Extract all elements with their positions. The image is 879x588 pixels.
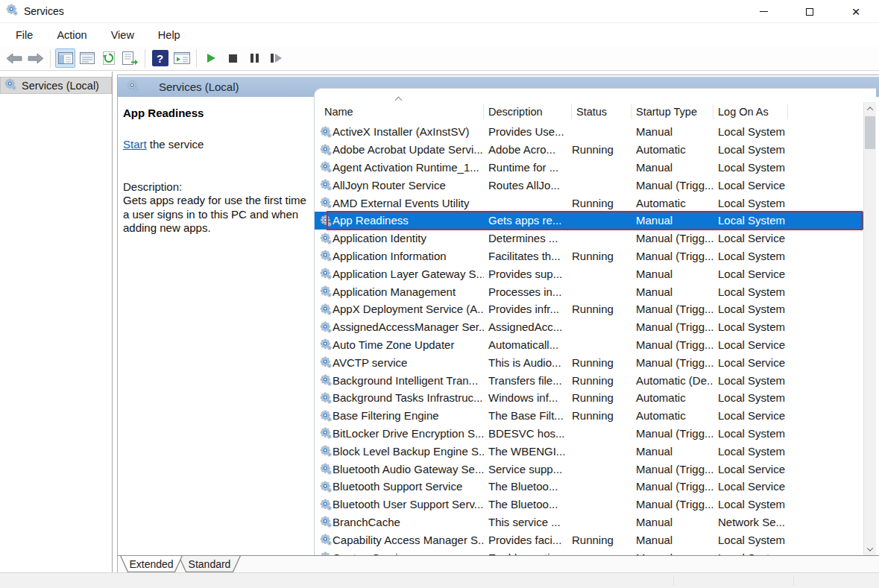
service-description: This service ... <box>484 516 572 528</box>
menu-view[interactable]: View <box>103 27 142 43</box>
stop-service-icon <box>229 54 237 63</box>
table-row[interactable]: Application Layer Gateway S... Provides … <box>315 265 863 282</box>
minimize-button[interactable] <box>740 0 787 23</box>
menu-file[interactable]: File <box>7 27 41 43</box>
pause-service-button[interactable] <box>245 48 265 68</box>
service-gear-icon <box>320 215 332 227</box>
table-row[interactable]: Application Management Processes in... M… <box>315 282 863 300</box>
service-description: Routes AllJo... <box>484 179 572 192</box>
properties-button[interactable] <box>77 48 97 68</box>
chevron-up-icon <box>867 107 873 113</box>
table-row[interactable]: BitLocker Drive Encryption S... BDESVC h… <box>315 425 863 443</box>
table-row[interactable]: ActiveX Installer (AxInstSV) Provides Us… <box>315 123 863 141</box>
table-row[interactable]: Application Information Facilitates th..… <box>315 247 863 265</box>
table-row[interactable]: Bluetooth Audio Gateway Se... Service su… <box>315 460 863 478</box>
export-list-button[interactable] <box>120 48 140 68</box>
service-name: Application Information <box>333 250 484 262</box>
service-status: Running <box>572 356 631 369</box>
service-startup-type: Manual <box>631 445 713 458</box>
extended-view-button[interactable] <box>171 48 192 68</box>
restart-service-button[interactable] <box>266 48 286 68</box>
table-row[interactable]: Adobe Acrobat Update Servi... Adobe Acro… <box>315 141 863 159</box>
table-row[interactable]: Bluetooth Support Service The Bluetoo...… <box>315 478 863 496</box>
service-gear-icon <box>320 338 332 350</box>
menu-help[interactable]: Help <box>150 27 189 43</box>
tab-extended[interactable]: Extended <box>120 556 183 572</box>
forward-button[interactable] <box>25 48 45 68</box>
forward-arrow-icon <box>28 53 44 64</box>
service-name: Background Intelligent Tran... <box>333 374 484 387</box>
back-button[interactable] <box>4 48 24 68</box>
column-header-status[interactable]: Status <box>572 89 631 123</box>
start-service-button[interactable] <box>201 48 221 68</box>
help-button[interactable]: ? <box>150 48 170 68</box>
menu-action[interactable]: Action <box>48 27 95 43</box>
table-row[interactable]: AMD External Events Utility Running Auto… <box>315 194 863 212</box>
service-gear-icon <box>320 516 332 528</box>
service-gear-icon <box>320 144 332 156</box>
table-row[interactable]: AVCTP service This is Audio... Running M… <box>315 353 863 371</box>
scroll-down-button[interactable] <box>864 543 876 555</box>
table-row[interactable]: BranchCache This service ... Manual Netw… <box>315 513 863 531</box>
table-row[interactable]: Application Identity Determines ... Manu… <box>315 230 863 247</box>
table-row[interactable]: AllJoyn Router Service Routes AllJo... M… <box>315 176 863 194</box>
table-row[interactable]: Block Level Backup Engine S... The WBENG… <box>315 442 863 460</box>
service-name: Block Level Backup Engine S... <box>333 445 484 458</box>
stop-service-button[interactable] <box>223 48 243 68</box>
service-description: Processes in... <box>484 285 572 298</box>
tree-item-services-local[interactable]: Services (Local) <box>0 77 112 94</box>
table-row[interactable]: CaptureService Enables opti... Manual Lo… <box>315 549 863 555</box>
column-header-log-on-as[interactable]: Log On As <box>713 89 788 123</box>
column-header-startup-type[interactable]: Startup Type <box>631 89 713 123</box>
extended-view-icon <box>174 52 190 64</box>
start-service-link[interactable]: Start <box>123 138 147 151</box>
table-row[interactable]: Agent Activation Runtime_1... Runtime fo… <box>315 159 863 177</box>
table-row[interactable]: AssignedAccessManager Ser... AssignedAcc… <box>315 318 863 336</box>
service-logon-as: Local System <box>713 303 863 315</box>
service-gear-icon <box>320 197 332 209</box>
service-gear-icon <box>320 481 332 493</box>
scrollbar-thumb[interactable] <box>865 116 875 149</box>
service-gear-icon <box>320 285 332 297</box>
vertical-scrollbar[interactable] <box>863 102 876 555</box>
service-logon-as: Local System <box>713 374 863 387</box>
close-button[interactable]: × <box>833 0 879 23</box>
start-service-icon <box>207 54 215 63</box>
service-description: The Base Filt... <box>484 409 572 422</box>
tab-standard[interactable]: Standard <box>178 556 241 572</box>
column-header-description[interactable]: Description <box>484 89 572 123</box>
table-row[interactable]: Bluetooth User Support Serv... The Bluet… <box>315 496 863 513</box>
service-logon-as: Local System <box>713 214 863 227</box>
description-label: Description: <box>123 180 314 193</box>
view-tab-bar: Extended Standard <box>118 555 879 572</box>
scroll-up-button[interactable] <box>864 102 876 115</box>
service-gear-icon <box>320 356 332 368</box>
service-name: ActiveX Installer (AxInstSV) <box>333 125 484 138</box>
table-row[interactable]: Auto Time Zone Updater Automaticall... M… <box>315 336 863 354</box>
table-row[interactable]: AppX Deployment Service (A... Provides i… <box>315 300 863 318</box>
service-gear-icon <box>320 427 332 439</box>
service-description: Gets apps re... <box>484 214 572 227</box>
service-description: Provides faci... <box>484 534 572 546</box>
service-description: The Bluetoo... <box>484 498 572 510</box>
table-row[interactable]: App Readiness Gets apps re... Manual Loc… <box>315 212 863 230</box>
service-gear-icon <box>4 78 16 90</box>
services-gear-icon <box>4 78 16 92</box>
toolbar-separator <box>196 49 197 68</box>
extended-info-pane: App Readiness Start the service Descript… <box>123 97 314 235</box>
refresh-button[interactable] <box>98 48 119 68</box>
service-logon-as: Local System <box>713 250 863 262</box>
service-startup-type: Automatic <box>631 197 713 209</box>
table-row[interactable]: Capability Access Manager S... Provides … <box>315 531 863 549</box>
service-rows: ActiveX Installer (AxInstSV) Provides Us… <box>315 123 863 555</box>
description-text: Gets apps ready for use the first time a… <box>123 194 314 235</box>
service-gear-icon <box>320 250 332 262</box>
service-logon-as: Local System <box>713 534 863 546</box>
table-row[interactable]: Base Filtering Engine The Base Filt... R… <box>315 407 863 425</box>
show-console-tree-button[interactable] <box>55 48 75 68</box>
service-logon-as: Local System <box>713 320 863 333</box>
table-row[interactable]: Background Intelligent Tran... Transfers… <box>315 371 863 389</box>
column-header-name[interactable]: Name <box>315 89 484 123</box>
table-row[interactable]: Background Tasks Infrastruc... Windows i… <box>315 389 863 407</box>
maximize-button[interactable] <box>787 0 833 23</box>
